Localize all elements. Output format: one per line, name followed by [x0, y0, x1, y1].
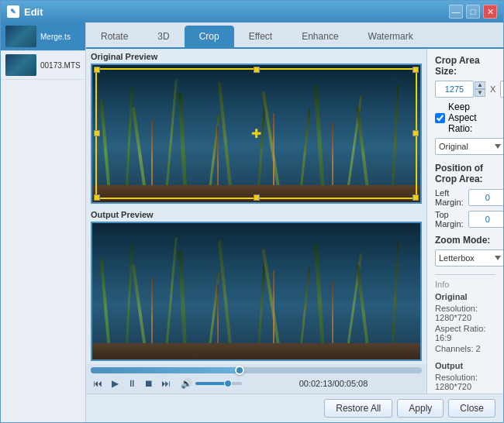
keep-aspect-checkbox[interactable] — [435, 113, 445, 123]
crop-position-title: Position of Crop Area: — [435, 163, 495, 184]
keep-aspect-label: Keep Aspect Ratio: — [448, 101, 495, 134]
sidebar-label-file1: 00173.MTS — [40, 61, 81, 70]
size-row: ▲ ▼ X ▲ ▼ — [435, 81, 495, 98]
original-video-content — [92, 65, 420, 202]
top-margin-input[interactable] — [468, 211, 503, 228]
volume-area: 🔊 — [179, 377, 242, 390]
left-margin-label: Left Margin: — [435, 188, 464, 207]
tab-bar: Rotate 3D Crop Effect Enhance Watermark — [86, 22, 503, 49]
x-label: X — [490, 84, 495, 94]
crop-area-size-group: Crop Area Size: ▲ ▼ X — [435, 55, 495, 155]
output-preview-video — [91, 222, 422, 362]
output-preview-section: Output Preview — [86, 207, 426, 365]
original-preview-video[interactable]: ✚ — [91, 64, 422, 204]
volume-bar[interactable] — [195, 382, 242, 385]
video-panels: Original Preview — [86, 49, 427, 394]
close-window-button[interactable]: ✕ — [483, 5, 497, 19]
original-resolution: Resolution: 1280*720 — [435, 304, 495, 322]
content-area: Merge.ts 00173.MTS Rotate 3D Crop Effect… — [1, 22, 503, 422]
window-icon: ✎ — [7, 5, 19, 18]
top-margin-wrapper: ▲ ▼ — [468, 211, 503, 228]
close-button[interactable]: Close — [448, 399, 495, 418]
edit-window: ✎ Edit — □ ✕ Merge.ts 00173.MTS — [0, 0, 504, 423]
original-preview-label: Original Preview — [91, 52, 422, 61]
left-margin-input[interactable] — [468, 189, 503, 206]
zoom-mode-group: Zoom Mode: Letterbox Pan & Scan Full — [435, 235, 495, 267]
tab-enhance[interactable]: Enhance — [287, 26, 353, 47]
original-aspect: Aspect Ratio: 16:9 — [435, 324, 495, 342]
progress-fill — [91, 367, 240, 373]
original-info-header: Original — [435, 292, 495, 301]
width-spin-btns: ▲ ▼ — [475, 81, 485, 97]
top-margin-label: Top Margin: — [435, 210, 464, 229]
crop-area-size-title: Crop Area Size: — [435, 55, 495, 77]
zoom-mode-title: Zoom Mode: — [435, 235, 495, 246]
tab-crop[interactable]: Crop — [185, 26, 234, 47]
original-channels: Channels: 2 — [435, 344, 495, 353]
play-button[interactable]: ▶ — [108, 377, 122, 390]
window-title: Edit — [24, 6, 449, 18]
time-display: 00:02:13/00:05:08 — [245, 379, 422, 388]
edit-area: Original Preview — [86, 49, 503, 394]
tab-rotate[interactable]: Rotate — [86, 26, 143, 47]
tab-effect[interactable]: Effect — [234, 26, 287, 47]
stop-button[interactable]: ⏹ — [142, 377, 156, 390]
restore-all-button[interactable]: Restore All — [324, 399, 392, 418]
width-down-btn[interactable]: ▼ — [475, 89, 485, 97]
title-controls: — □ ✕ — [449, 5, 497, 19]
height-input[interactable] — [500, 81, 503, 98]
crop-position-group: Position of Crop Area: Left Margin: ▲ ▼ — [435, 163, 495, 229]
volume-icon[interactable]: 🔊 — [179, 377, 193, 390]
output-video-content — [92, 223, 420, 360]
sidebar-thumb-file1 — [5, 54, 36, 76]
apply-button[interactable]: Apply — [397, 399, 444, 418]
output-preview-label: Output Preview — [91, 210, 422, 219]
pause-button[interactable]: ⏸ — [125, 377, 139, 390]
tab-3d[interactable]: 3D — [143, 26, 184, 47]
volume-fill — [195, 382, 228, 385]
top-margin-row: Top Margin: ▲ ▼ — [435, 210, 495, 229]
tab-watermark[interactable]: Watermark — [354, 26, 428, 47]
info-header: Info — [435, 280, 495, 289]
left-margin-wrapper: ▲ ▼ — [468, 189, 503, 206]
output-resolution: Resolution: 1280*720 — [435, 373, 495, 391]
info-section: Info Original Resolution: 1280*720 Aspec… — [435, 274, 495, 394]
output-info-header: Output — [435, 361, 495, 370]
sidebar-label-merge: Merge.ts — [40, 33, 71, 41]
width-input[interactable] — [435, 81, 474, 98]
left-margin-row: Left Margin: ▲ ▼ — [435, 188, 495, 207]
skip-start-button[interactable]: ⏮ — [91, 377, 105, 390]
settings-panel: Crop Area Size: ▲ ▼ X — [427, 49, 503, 394]
skip-end-button[interactable]: ⏭ — [159, 377, 173, 390]
width-input-wrapper: ▲ ▼ — [435, 81, 485, 98]
width-up-btn[interactable]: ▲ — [475, 81, 485, 89]
zoom-dropdown[interactable]: Letterbox Pan & Scan Full — [435, 249, 503, 267]
controls-row: ⏮ ▶ ⏸ ⏹ ⏭ 🔊 — [91, 377, 422, 390]
sidebar-thumb-merge — [5, 26, 36, 47]
keep-aspect-row: Keep Aspect Ratio: — [435, 101, 495, 134]
playback-area: ⏮ ▶ ⏸ ⏹ ⏭ 🔊 — [86, 364, 426, 394]
progress-thumb[interactable] — [235, 366, 244, 375]
progress-bar[interactable] — [91, 367, 422, 373]
maximize-button[interactable]: □ — [466, 5, 480, 19]
sidebar-item-merge[interactable]: Merge.ts — [1, 22, 85, 51]
main-panel: Rotate 3D Crop Effect Enhance Watermark … — [86, 22, 503, 422]
original-preview-section: Original Preview — [86, 49, 426, 207]
title-bar: ✎ Edit — □ ✕ — [1, 1, 503, 22]
volume-thumb[interactable] — [224, 380, 232, 387]
minimize-button[interactable]: — — [449, 5, 463, 19]
sidebar-item-file1[interactable]: 00173.MTS — [1, 51, 85, 80]
aspect-dropdown[interactable]: Original 16:9 4:3 1:1 — [435, 138, 503, 155]
sidebar: Merge.ts 00173.MTS — [1, 22, 86, 422]
bottom-bar: Restore All Apply Close — [86, 394, 503, 422]
height-input-wrapper: ▲ ▼ — [500, 81, 503, 98]
